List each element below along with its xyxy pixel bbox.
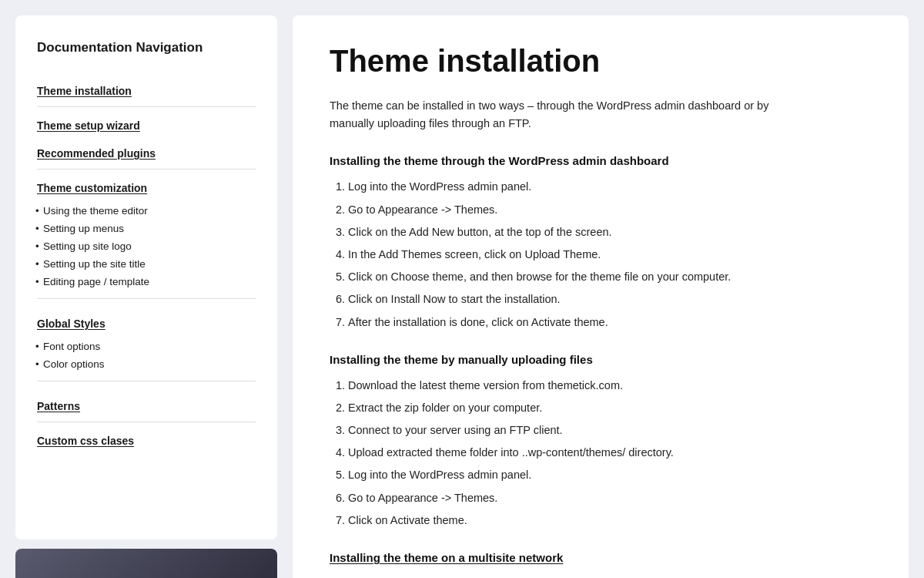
nav-sub-link-editing-page-template[interactable]: Editing page / template xyxy=(37,273,256,291)
nav-link-theme-setup-wizard[interactable]: Theme setup wizard xyxy=(37,112,256,139)
nav-sub-link-setting-up-site-logo[interactable]: Setting up site logo xyxy=(37,237,256,255)
nav-section-theme-setup-wizard: Theme setup wizard Recommended plugins xyxy=(37,112,256,170)
section-heading-manual-upload: Installing the theme by manually uploadi… xyxy=(330,353,872,366)
nav-section-patterns: Patterns xyxy=(37,392,256,422)
intro-text: The theme can be installed in two ways –… xyxy=(330,97,807,133)
nav-divider-2 xyxy=(37,169,256,170)
nav-divider-4 xyxy=(37,381,256,381)
nav-link-patterns[interactable]: Patterns xyxy=(37,392,256,420)
sidebar: Documentation Navigation Theme installat… xyxy=(15,15,277,539)
steps-list-manual: Download the latest theme version from t… xyxy=(330,377,872,529)
nav-sub-link-color-options[interactable]: Color options xyxy=(37,355,256,373)
list-item: Click on Activate theme. xyxy=(348,512,872,529)
thumbnail-preview: QuillView - Overview Screen xyxy=(15,549,277,578)
sidebar-wrapper: Documentation Navigation Theme installat… xyxy=(15,15,277,578)
nav-sub-link-font-options[interactable]: Font options xyxy=(37,338,256,355)
nav-divider-5 xyxy=(37,422,256,422)
page-title: Theme installation xyxy=(330,43,872,79)
section-heading-admin-dashboard: Installing the theme through the WordPre… xyxy=(330,154,872,167)
nav-section-theme-customization: Theme customization Using the theme edit… xyxy=(37,174,256,305)
sidebar-title: Documentation Navigation xyxy=(37,40,256,55)
main-content: Theme installation The theme can be inst… xyxy=(293,15,909,578)
list-item: Go to Appearance -> Themes. xyxy=(348,489,872,507)
nav-sub-link-setting-up-menus[interactable]: Setting up menus xyxy=(37,220,256,237)
nav-divider-1 xyxy=(37,106,256,107)
section-heading-multisite: Installing the theme on a multisite netw… xyxy=(330,551,872,564)
list-item: Click on the Add New button, at the top … xyxy=(348,223,872,241)
nav-sub-link-setting-up-site-title[interactable]: Setting up the site title xyxy=(37,255,256,273)
list-item: Upload extracted theme folder into ..wp-… xyxy=(348,444,872,462)
list-item: Extract the zip folder on your computer. xyxy=(348,399,872,417)
list-item: Go to Appearance -> Themes. xyxy=(348,201,872,219)
list-item: Download the latest theme version from t… xyxy=(348,377,872,395)
nav-section-custom-css: Custom css clases xyxy=(37,427,256,455)
nav-link-global-styles[interactable]: Global Styles xyxy=(37,310,256,338)
nav-divider-3 xyxy=(37,298,256,299)
nav-link-theme-installation[interactable]: Theme installation xyxy=(37,77,256,105)
nav-link-custom-css-classes[interactable]: Custom css clases xyxy=(37,427,256,455)
list-item: Click on Choose theme, and then browse f… xyxy=(348,268,872,286)
nav-section-theme-installation: Theme installation xyxy=(37,77,256,107)
page-layout: Documentation Navigation Theme installat… xyxy=(15,15,909,578)
section-multisite: Installing the theme on a multisite netw… xyxy=(330,551,872,564)
list-item: Log into the WordPress admin panel. xyxy=(348,466,872,484)
nav-section-global-styles: Global Styles Font options Color options xyxy=(37,310,256,388)
nav-sub-link-using-theme-editor[interactable]: Using the theme editor xyxy=(37,202,256,220)
nav-link-theme-customization[interactable]: Theme customization xyxy=(37,174,256,202)
section-admin-dashboard: Installing the theme through the WordPre… xyxy=(330,154,872,331)
list-item: Connect to your server using an FTP clie… xyxy=(348,422,872,439)
list-item: Click on Install Now to start the instal… xyxy=(348,291,872,308)
nav-link-recommended-plugins[interactable]: Recommended plugins xyxy=(37,139,256,167)
section-manual-upload: Installing the theme by manually uploadi… xyxy=(330,353,872,529)
list-item: After the installation is done, click on… xyxy=(348,314,872,331)
list-item: Log into the WordPress admin panel. xyxy=(348,178,872,196)
steps-list-admin: Log into the WordPress admin panel. Go t… xyxy=(330,178,872,331)
list-item: In the Add Themes screen, click on Uploa… xyxy=(348,246,872,264)
